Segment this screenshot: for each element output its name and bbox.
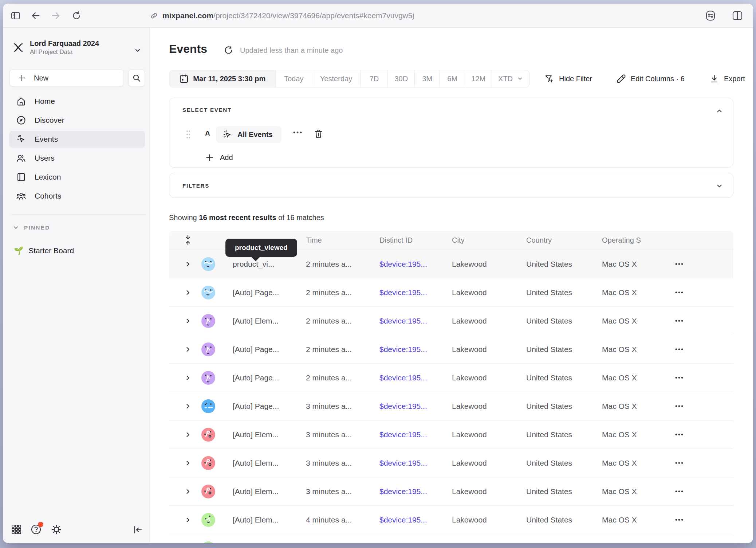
date-segment-label: Yesterday — [320, 75, 352, 83]
row-more-button[interactable]: ••• — [675, 431, 697, 438]
event-city: Lakewood — [451, 430, 526, 439]
expand-row-icon[interactable] — [185, 403, 191, 409]
column-header-distinct-id[interactable]: Distinct ID — [378, 236, 451, 244]
expand-row-icon[interactable] — [185, 375, 191, 381]
date-segment-yesterday[interactable]: Yesterday — [312, 70, 361, 87]
table-row[interactable]: [Auto] Elem... 3 minutes a... $device:19… — [169, 420, 733, 449]
split-view-icon[interactable] — [732, 10, 743, 21]
expand-row-icon[interactable] — [185, 432, 191, 438]
distinct-id-link[interactable]: $device:195... — [378, 487, 451, 496]
expand-row-icon[interactable] — [185, 517, 191, 523]
edit-columns-button[interactable]: Edit Columns · 6 — [617, 70, 685, 87]
sidebar-item-lexicon[interactable]: Lexicon — [9, 169, 145, 185]
row-more-button[interactable]: ••• — [675, 318, 697, 324]
sidebar-item-cohorts[interactable]: Cohorts — [9, 188, 145, 204]
new-button[interactable]: New — [9, 69, 124, 87]
distinct-id-link[interactable]: $device:195... — [378, 402, 451, 411]
column-header-city[interactable]: City — [451, 236, 526, 244]
distinct-id-link[interactable]: $device:195... — [378, 459, 451, 467]
back-icon[interactable] — [31, 11, 40, 20]
more-options-button[interactable]: ••• — [293, 129, 303, 136]
column-header-os[interactable]: Operating S — [601, 236, 675, 244]
expand-row-icon[interactable] — [185, 261, 191, 267]
search-icon — [132, 74, 141, 82]
table-row[interactable]: [Auto] Elem... 3 minutes a... $device:19… — [169, 477, 733, 506]
all-events-chip[interactable]: All Events — [216, 126, 281, 143]
distinct-id-link[interactable]: $device:195... — [378, 516, 451, 524]
sidebar-item-events[interactable]: Events — [9, 131, 145, 148]
project-switcher[interactable]: Lord Farquaad 2024 All Project Data — [12, 39, 99, 56]
distinct-id-link[interactable]: $device:195... — [378, 430, 451, 439]
event-name: product_vi... — [222, 260, 304, 269]
event-name: [Auto] Elem... — [222, 317, 304, 325]
row-more-button[interactable]: ••• — [675, 375, 697, 381]
table-row[interactable]: [Auto] Page... 3 minutes a... $device:19… — [169, 392, 733, 420]
table-row[interactable]: [Auto] Page... 2 minutes a... $device:19… — [169, 335, 733, 364]
chevron-down-icon[interactable] — [716, 183, 723, 189]
row-more-button[interactable]: ••• — [675, 403, 697, 410]
chevron-down-icon[interactable] — [134, 47, 141, 54]
table-row[interactable]: [Auto] Elem... 4 minutes a... $device:19… — [169, 506, 733, 534]
hide-filter-button[interactable]: Hide Filter — [545, 70, 592, 87]
column-header-time[interactable]: Time — [304, 236, 378, 244]
row-more-button[interactable]: ••• — [675, 517, 697, 523]
search-button[interactable] — [128, 69, 145, 87]
table-row[interactable] — [169, 534, 733, 543]
expand-row-icon[interactable] — [185, 318, 191, 324]
sidebar-item-discover[interactable]: Discover — [9, 112, 145, 129]
reload-icon[interactable] — [72, 11, 81, 20]
event-time: 2 minutes a... — [304, 373, 378, 382]
expand-row-icon[interactable] — [185, 347, 191, 352]
distinct-id-link[interactable]: $device:195... — [378, 345, 451, 354]
export-button[interactable]: Export — [710, 70, 745, 87]
distinct-id-link[interactable]: $device:195... — [378, 288, 451, 297]
date-segment-xtd[interactable]: XTD — [492, 70, 529, 87]
row-more-button[interactable]: ••• — [675, 346, 697, 353]
expand-row-icon[interactable] — [185, 460, 191, 466]
pinned-section-header[interactable]: PINNED — [13, 224, 50, 231]
distinct-id-link[interactable]: $device:195... — [378, 373, 451, 382]
expand-row-icon[interactable] — [185, 290, 191, 295]
table-row[interactable]: [Auto] Page... 2 minutes a... $device:19… — [169, 278, 733, 307]
expand-row-icon[interactable] — [185, 489, 191, 494]
row-more-button[interactable]: ••• — [675, 460, 697, 466]
trash-icon[interactable] — [314, 129, 323, 139]
date-segment-12m[interactable]: 12M — [465, 70, 492, 87]
table-row[interactable]: [Auto] Elem... 3 minutes a... $device:19… — [169, 449, 733, 477]
table-row[interactable]: [Auto] Elem... 2 minutes a... $device:19… — [169, 307, 733, 335]
date-segment-3m[interactable]: 3M — [415, 70, 440, 87]
refresh-icon[interactable] — [224, 45, 233, 55]
collapse-rows-icon[interactable] — [184, 235, 192, 246]
sidebar-item-starter-board[interactable]: 🌱 Starter Board — [14, 246, 74, 255]
date-range-control: Mar 11, 2025 3:30 pmTodayYesterday7D30D3… — [169, 70, 529, 87]
event-city: Lakewood — [451, 516, 526, 524]
drag-handle-icon[interactable] — [186, 129, 191, 140]
gear-icon[interactable] — [51, 524, 62, 535]
sidebar-item-home[interactable]: Home — [9, 93, 145, 110]
page-title: Events — [169, 42, 207, 56]
collapse-sidebar-icon[interactable] — [133, 525, 143, 535]
sidebar-item-users[interactable]: Users — [9, 150, 145, 167]
chevron-up-icon[interactable] — [716, 107, 723, 114]
add-event-button[interactable]: Add — [206, 153, 233, 162]
row-more-button[interactable]: ••• — [675, 488, 697, 495]
table-row[interactable]: [Auto] Page... 2 minutes a... $device:19… — [169, 364, 733, 392]
distinct-id-link[interactable]: $device:195... — [378, 317, 451, 325]
column-header-country[interactable]: Country — [526, 236, 601, 244]
forward-icon[interactable] — [51, 11, 60, 20]
date-segment-label: 12M — [471, 75, 485, 83]
date-segment-6m[interactable]: 6M — [440, 70, 465, 87]
date-segment-mar-11-2025-3-30-pm[interactable]: Mar 11, 2025 3:30 pm — [169, 70, 276, 87]
page-settings-icon[interactable] — [705, 10, 716, 21]
event-row: A All Events ••• — [169, 126, 733, 143]
browser-toolbar: mixpanel.com/project/3472420/view/397469… — [3, 4, 753, 28]
row-more-button[interactable]: ••• — [675, 289, 697, 296]
date-segment-7d[interactable]: 7D — [361, 70, 388, 87]
date-segment-today[interactable]: Today — [276, 70, 312, 87]
distinct-id-link[interactable]: $device:195... — [378, 260, 451, 269]
apps-grid-icon[interactable] — [11, 524, 22, 535]
date-segment-30d[interactable]: 30D — [388, 70, 415, 87]
sidebar-toggle-icon[interactable] — [11, 11, 20, 20]
row-more-button[interactable]: ••• — [675, 261, 697, 267]
address-bar[interactable]: mixpanel.com/project/3472420/view/397469… — [150, 4, 414, 28]
